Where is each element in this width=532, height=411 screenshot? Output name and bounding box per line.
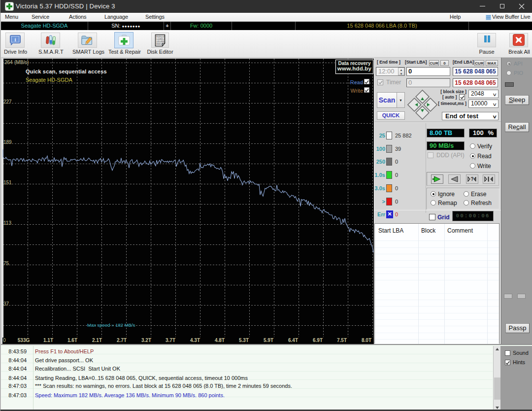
svg-text:0001: 0001 bbox=[156, 43, 162, 46]
svg-text:?: ? bbox=[471, 176, 474, 182]
svg-text:i: i bbox=[14, 36, 16, 42]
